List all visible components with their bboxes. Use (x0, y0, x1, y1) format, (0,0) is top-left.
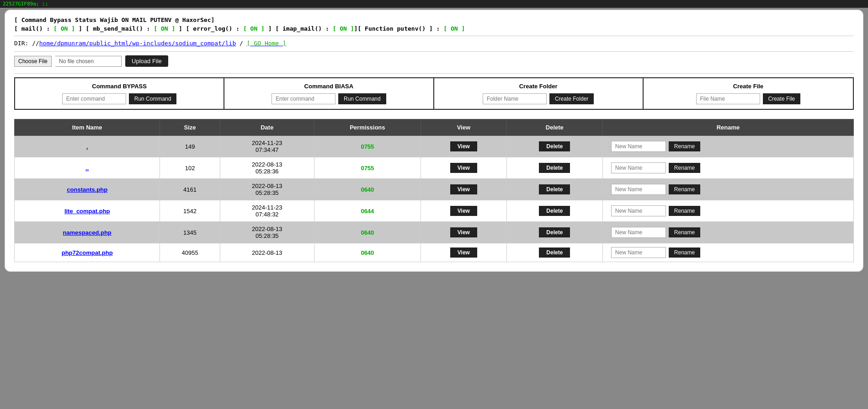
command-grid: Command BYPASS Run Command Command BIASA… (14, 77, 854, 110)
view-button[interactable]: View (450, 227, 477, 237)
delete-button[interactable]: Delete (539, 248, 570, 258)
delete-cell: Delete (506, 136, 602, 157)
rename-input[interactable] (611, 227, 666, 238)
rename-cell: Rename (602, 157, 853, 179)
file-name-link[interactable]: php72compat.php (62, 249, 113, 256)
file-perm: 0640 (361, 186, 374, 193)
file-name-link[interactable]: constants.php (67, 186, 107, 193)
file-table: Item Name Size Date Permissions View Del… (14, 119, 854, 262)
file-date: 2022-08-13 (220, 243, 314, 262)
file-name-link[interactable]: .. (85, 165, 89, 172)
rename-cell: Rename (602, 222, 853, 243)
file-name-cell: . (15, 136, 160, 157)
file-name-link[interactable]: namespaced.php (63, 229, 112, 236)
dir-line: DIR: //home/dpmunram/public_html/wp-incl… (14, 40, 854, 47)
view-cell: View (421, 222, 506, 243)
file-size: 149 (160, 136, 220, 157)
rename-button[interactable]: Rename (669, 248, 700, 258)
file-perm: 0640 (361, 229, 374, 236)
view-button[interactable]: View (450, 184, 477, 194)
status-line-2: [ mail() : [ ON ] ] [ mb_send_mail() : [… (14, 25, 854, 32)
file-date: 2022-08-13 05:28:36 (220, 157, 314, 179)
divider-2 (14, 51, 854, 52)
col-header-name: Item Name (15, 119, 160, 136)
view-cell: View (421, 179, 506, 200)
file-perm: 0755 (361, 143, 374, 150)
delete-cell: Delete (506, 222, 602, 243)
col-header-delete: Delete (506, 119, 602, 136)
command-biasa-input[interactable] (272, 93, 335, 104)
rename-input[interactable] (611, 162, 666, 173)
create-file-row: Create File (649, 93, 847, 104)
view-button[interactable]: View (450, 141, 477, 151)
delete-button[interactable]: Delete (539, 206, 570, 216)
no-file-label: No file chosen (55, 56, 122, 67)
file-name-link[interactable]: lite_compat.php (64, 208, 110, 215)
command-bypass-title: Command BYPASS (92, 83, 147, 90)
top-bar: 22527GIF89a; ;; (0, 0, 868, 8)
delete-button[interactable]: Delete (539, 141, 570, 151)
view-button[interactable]: View (450, 163, 477, 173)
file-perm: 0640 (361, 249, 374, 256)
command-bypass-input[interactable] (62, 93, 126, 104)
create-folder-button[interactable]: Create Folder (549, 93, 594, 104)
folder-name-input[interactable] (483, 93, 547, 104)
table-row: namespaced.php13452022-08-13 05:28:35064… (15, 222, 854, 243)
view-button[interactable]: View (450, 206, 477, 216)
choose-file-button[interactable]: Choose File (14, 56, 52, 67)
delete-cell: Delete (506, 157, 602, 179)
upload-file-button[interactable]: Upload File (125, 55, 168, 67)
file-date: 2024-11-23 07:34:47 (220, 136, 314, 157)
table-row: php72compat.php409552022-08-130640ViewDe… (15, 243, 854, 262)
rename-cell: Rename (602, 243, 853, 262)
delete-button[interactable]: Delete (539, 184, 570, 194)
file-perm: 0644 (361, 208, 374, 215)
delete-button[interactable]: Delete (539, 227, 570, 237)
create-file-button[interactable]: Create File (763, 93, 801, 104)
delete-cell: Delete (506, 179, 602, 200)
file-name-cell: constants.php (15, 179, 160, 200)
file-name-cell: php72compat.php (15, 243, 160, 262)
rename-input[interactable] (611, 247, 666, 258)
command-biasa-cell: Command BIASA Run Command (224, 78, 434, 109)
col-header-rename: Rename (602, 119, 853, 136)
rename-input[interactable] (611, 184, 666, 195)
file-size: 1345 (160, 222, 220, 243)
command-biasa-row: Run Command (230, 93, 427, 104)
rename-button[interactable]: Rename (669, 163, 700, 173)
table-row: ..1022022-08-13 05:28:360755ViewDeleteRe… (15, 157, 854, 179)
file-name-input[interactable] (696, 93, 760, 104)
delete-button[interactable]: Delete (539, 163, 570, 173)
file-perm-cell: 0755 (314, 136, 421, 157)
table-row: constants.php41612022-08-13 05:28:350640… (15, 179, 854, 200)
rename-button[interactable]: Rename (669, 206, 700, 216)
dir-path-link[interactable]: home/dpmunram/public_html/wp-includes/so… (39, 40, 236, 47)
main-container: [ Command Bypass Status Wajib ON MAIL PU… (5, 10, 863, 272)
file-size: 40955 (160, 243, 220, 262)
rename-cell: Rename (602, 136, 853, 157)
col-header-view: View (421, 119, 506, 136)
file-perm-cell: 0640 (314, 222, 421, 243)
file-size: 102 (160, 157, 220, 179)
file-date: 2022-08-13 05:28:35 (220, 179, 314, 200)
file-date: 2024-11-23 07:48:32 (220, 200, 314, 222)
view-button[interactable]: View (450, 248, 477, 258)
file-name-cell: namespaced.php (15, 222, 160, 243)
command-bypass-run-button[interactable]: Run Command (129, 93, 177, 104)
go-home-link[interactable]: [ GO Home ] (247, 40, 286, 47)
view-cell: View (421, 157, 506, 179)
rename-button[interactable]: Rename (669, 141, 700, 151)
rename-button[interactable]: Rename (669, 227, 700, 237)
create-folder-row: Create Folder (440, 93, 637, 104)
file-name-link[interactable]: . (86, 143, 88, 150)
command-biasa-run-button[interactable]: Run Command (338, 93, 386, 104)
rename-button[interactable]: Rename (669, 184, 700, 194)
view-cell: View (421, 200, 506, 222)
create-folder-cell: Create Folder Create Folder (434, 78, 644, 109)
table-row: lite_compat.php15422024-11-23 07:48:3206… (15, 200, 854, 222)
file-perm-cell: 0640 (314, 243, 421, 262)
rename-input[interactable] (611, 205, 666, 216)
create-folder-title: Create Folder (519, 83, 558, 90)
rename-input[interactable] (611, 141, 666, 152)
file-name-cell: .. (15, 157, 160, 179)
